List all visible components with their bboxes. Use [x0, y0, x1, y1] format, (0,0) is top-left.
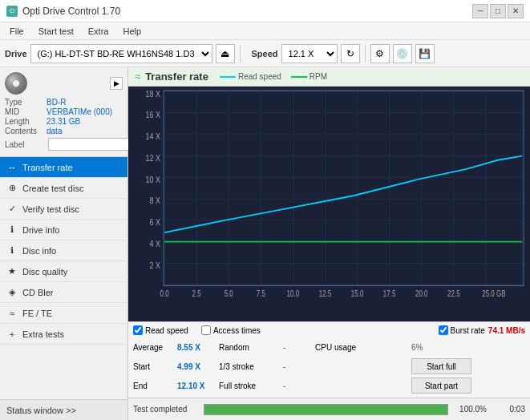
disc-header: ▶	[5, 72, 123, 95]
disc-type-row: Type BD-R	[5, 98, 123, 107]
stroke-1-3-value: -	[283, 362, 315, 371]
nav-item-create-test-disc[interactable]: ⊕ Create test disc	[0, 178, 127, 199]
toolbar-sep-2	[365, 45, 366, 63]
close-button[interactable]: ✕	[508, 4, 524, 18]
burst-rate-label: Burst rate	[451, 326, 485, 335]
svg-text:18 X: 18 X	[146, 89, 161, 99]
legend-read-speed-label: Read speed	[238, 72, 281, 81]
start-full-button[interactable]: Start full	[411, 358, 471, 374]
nav-item-disc-quality-label: Disc quality	[22, 267, 67, 277]
nav-item-disc-quality[interactable]: ★ Disc quality	[0, 261, 127, 282]
nav-item-extra-tests-label: Extra tests	[22, 329, 64, 339]
nav-item-disc-info[interactable]: ℹ Disc info	[0, 240, 127, 261]
access-times-checkbox-label-text: Access times	[213, 326, 261, 335]
titlebar: O Opti Drive Control 1.70 ─ □ ✕	[0, 0, 530, 22]
save-button[interactable]: 💾	[415, 44, 435, 63]
svg-text:16 X: 16 X	[146, 110, 161, 119]
settings-button[interactable]: ⚙	[370, 44, 390, 63]
nav-item-drive-info[interactable]: ℹ Drive info	[0, 220, 127, 240]
toolbar-sep-1	[240, 45, 241, 63]
end-label: End	[133, 382, 177, 390]
app-icon: O	[6, 6, 18, 17]
chart-svg: 18 X 16 X 14 X 12 X 10 X 8 X 6 X 4 X 2 X…	[128, 87, 530, 321]
nav-item-cd-bler-label: CD Bler	[22, 288, 54, 297]
menu-help[interactable]: Help	[116, 23, 148, 39]
nav-item-cd-bler[interactable]: ◈ CD Bler	[0, 282, 127, 303]
content-area: ≈ Transfer rate Read speed RPM	[128, 67, 530, 420]
chart-area: 18 X 16 X 14 X 12 X 10 X 8 X 6 X 4 X 2 X…	[128, 87, 530, 321]
drive-label: Drive	[5, 49, 27, 59]
eject-button[interactable]: ⏏	[216, 44, 235, 63]
stats-checkboxes: Read speed Access times Burst rate 74.1 …	[133, 325, 525, 335]
progress-bar-fill	[204, 405, 447, 414]
menu-extra[interactable]: Extra	[82, 23, 115, 39]
main-layout: ▶ Type BD-R MID VERBATIMe (000) Length 2…	[0, 67, 530, 420]
cd-bler-icon: ◈	[6, 287, 18, 298]
stats-row-start: Start 4.99 X 1/3 stroke - Start full	[133, 357, 525, 375]
svg-text:2.5: 2.5	[192, 290, 201, 299]
nav-item-verify-test-disc-label: Verify test disc	[22, 204, 79, 214]
stats-area: Read speed Access times Burst rate 74.1 …	[128, 321, 530, 398]
read-speed-checkbox-label-text: Read speed	[145, 326, 188, 335]
nav-item-verify-test-disc[interactable]: ✓ Verify test disc	[0, 199, 127, 220]
end-value: 12.10 X	[177, 382, 219, 390]
verify-test-disc-icon: ✓	[6, 204, 18, 215]
disc-quality-icon: ★	[6, 266, 18, 277]
disc-label-label: Label	[5, 140, 47, 149]
app-title: Opti Drive Control 1.70	[22, 6, 120, 17]
chart-legend: Read speed RPM	[220, 72, 327, 81]
drive-select[interactable]: (G:) HL-DT-ST BD-RE WH16NS48 1.D3	[30, 44, 212, 63]
maximize-button[interactable]: □	[490, 4, 506, 18]
svg-text:20.0: 20.0	[415, 290, 428, 299]
disc-button[interactable]: 💿	[393, 44, 412, 63]
svg-text:5.0: 5.0	[225, 290, 233, 299]
nav-item-extra-tests[interactable]: + Extra tests	[0, 324, 127, 345]
svg-text:8 X: 8 X	[150, 196, 161, 205]
status-window-button[interactable]: Status window >>	[0, 399, 127, 420]
disc-label-row: Label 🔍	[5, 137, 123, 151]
fe-te-icon: ≈	[6, 308, 18, 319]
chart-icon: ≈	[135, 71, 140, 83]
svg-text:6 X: 6 X	[150, 217, 161, 227]
access-times-checkbox[interactable]	[201, 325, 211, 335]
nav-item-fe-te-label: FE / TE	[22, 309, 52, 318]
progress-time: 0:03	[493, 405, 525, 414]
disc-nav-button[interactable]: ▶	[110, 77, 123, 90]
menu-file[interactable]: File	[3, 23, 30, 39]
legend-rpm-color	[291, 76, 307, 78]
start-part-button[interactable]: Start part	[411, 378, 471, 394]
disc-mid-label: MID	[5, 107, 47, 116]
nav-item-disc-info-label: Disc info	[22, 246, 56, 256]
stats-row-end: End 12.10 X Full stroke - Start part	[133, 377, 525, 394]
stroke-1-3-label: 1/3 stroke	[219, 362, 283, 371]
progress-status: Test completed	[133, 405, 197, 414]
full-stroke-value: -	[283, 382, 315, 390]
access-times-checkbox-label[interactable]: Access times	[201, 325, 261, 335]
speed-select[interactable]: 12.1 X MAX 1X 2X 4X 6X 8X	[281, 44, 338, 63]
random-value: -	[283, 343, 315, 352]
svg-text:10 X: 10 X	[146, 175, 161, 184]
menu-start-test[interactable]: Start test	[32, 23, 80, 39]
nav-item-transfer-rate[interactable]: ↔ Transfer rate	[0, 157, 127, 178]
drive-info-icon: ℹ	[6, 224, 18, 236]
chart-header: ≈ Transfer rate Read speed RPM	[128, 67, 530, 87]
disc-info-icon: ℹ	[6, 245, 18, 256]
transfer-rate-icon: ↔	[6, 162, 18, 173]
menubar: File Start test Extra Help	[0, 22, 530, 40]
progress-area: Test completed 100.0% 0:03	[128, 398, 530, 420]
read-speed-checkbox[interactable]	[133, 325, 143, 335]
minimize-button[interactable]: ─	[472, 4, 488, 18]
svg-text:2 X: 2 X	[150, 260, 161, 270]
svg-text:25.0 GB: 25.0 GB	[482, 290, 505, 299]
toolbar: Drive (G:) HL-DT-ST BD-RE WH16NS48 1.D3 …	[0, 40, 530, 67]
disc-length-value: 23.31 GB	[47, 117, 80, 126]
legend-rpm-label: RPM	[310, 72, 327, 81]
titlebar-left: O Opti Drive Control 1.70	[6, 6, 120, 17]
nav-item-fe-te[interactable]: ≈ FE / TE	[0, 303, 127, 324]
disc-type-label: Type	[5, 98, 47, 107]
svg-text:7.5: 7.5	[257, 290, 265, 299]
burst-rate-checkbox-label[interactable]: Burst rate	[439, 325, 485, 335]
burst-rate-checkbox[interactable]	[439, 325, 448, 335]
refresh-button[interactable]: ↻	[341, 44, 360, 63]
read-speed-checkbox-label[interactable]: Read speed	[133, 325, 188, 335]
